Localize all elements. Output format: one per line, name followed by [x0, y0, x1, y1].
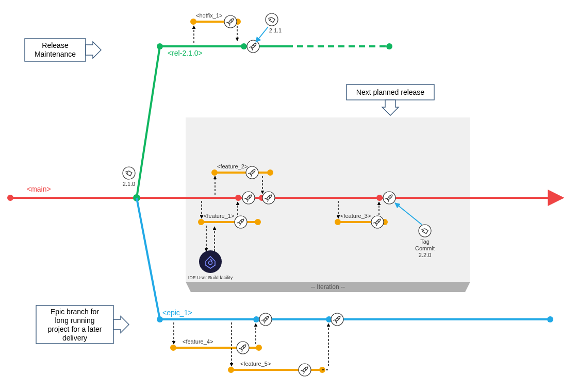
- svg-line-18: [137, 198, 160, 319]
- svg-text:Commit: Commit: [415, 245, 435, 251]
- svg-point-23: [547, 316, 553, 322]
- iteration-label: -- Iteration --: [311, 283, 345, 291]
- iteration-panel: -- Iteration --: [186, 117, 470, 292]
- svg-point-45: [170, 345, 176, 351]
- svg-point-21: [253, 316, 259, 322]
- svg-point-20: [157, 316, 163, 322]
- rocket-icon: [246, 166, 258, 179]
- svg-point-50: [228, 367, 234, 373]
- svg-point-64: [199, 250, 222, 273]
- feature3-label: <feature_3>: [340, 213, 371, 219]
- release-label: <rel-2.1.0>: [168, 49, 203, 57]
- callout-release-maintenance: Release Maintenance: [25, 39, 101, 61]
- svg-point-46: [256, 345, 262, 351]
- svg-text:Release: Release: [42, 41, 69, 49]
- branch-feature4: <feature_4>: [170, 322, 262, 354]
- rocket-icon: [331, 313, 343, 326]
- tag-210: 2.1.0: [123, 167, 135, 187]
- rocket-icon: [242, 192, 255, 204]
- feature1-label: <feature_1>: [204, 213, 234, 219]
- rocket-icon: [371, 216, 384, 228]
- feature4-label: <feature_4>: [183, 338, 213, 345]
- hotfix1-label: <hotfix_1>: [196, 12, 222, 19]
- svg-point-31: [255, 219, 261, 225]
- svg-text:Next planned release: Next planned release: [356, 88, 425, 96]
- feature2-label: <feature_2>: [217, 163, 248, 169]
- svg-text:Maintenance: Maintenance: [35, 50, 76, 58]
- rocket-icon: [383, 192, 395, 204]
- tag-icon: [419, 225, 431, 237]
- svg-text:2.1.1: 2.1.1: [269, 27, 282, 33]
- svg-point-17: [386, 43, 392, 49]
- feature5-label: <feature_5>: [240, 361, 271, 367]
- callout-next-planned: Next planned release: [347, 84, 434, 115]
- rocket-icon: [224, 15, 237, 28]
- tag-icon: [123, 167, 135, 179]
- branch-hotfix1: <hotfix_1>: [190, 12, 241, 43]
- svg-point-11: [376, 195, 383, 201]
- svg-point-30: [198, 219, 204, 225]
- svg-point-7: [7, 195, 13, 201]
- rocket-icon: [235, 216, 247, 228]
- main-label: <main>: [27, 185, 51, 193]
- svg-text:Epic branch for: Epic branch for: [51, 308, 99, 316]
- svg-text:2.2.0: 2.2.0: [419, 252, 431, 258]
- rocket-icon: [262, 192, 275, 204]
- svg-point-9: [235, 195, 241, 201]
- svg-point-25: [190, 19, 196, 25]
- svg-line-12: [137, 46, 160, 198]
- rocket-icon: [259, 313, 272, 326]
- svg-text:Tag: Tag: [420, 238, 430, 245]
- rocket-icon: [299, 364, 311, 376]
- svg-line-57: [256, 27, 268, 42]
- svg-point-35: [211, 169, 218, 176]
- svg-point-16: [241, 43, 247, 49]
- svg-point-40: [335, 219, 341, 225]
- svg-point-15: [157, 43, 163, 49]
- svg-point-36: [267, 169, 273, 176]
- callout-epic: Epic branch for long running project for…: [36, 305, 129, 344]
- rocket-icon: [237, 342, 249, 354]
- svg-text:delivery: delivery: [62, 334, 87, 342]
- epic-label: <epic_1>: [162, 309, 192, 317]
- svg-text:IDE User Build facility: IDE User Build facility: [188, 275, 233, 280]
- rocket-icon: [247, 40, 259, 53]
- tag-211: 2.1.1: [256, 13, 282, 42]
- svg-text:long running: long running: [55, 316, 94, 325]
- svg-text:project for a later: project for a later: [47, 325, 102, 333]
- svg-text:2.1.0: 2.1.0: [123, 181, 135, 187]
- tag-icon: [266, 13, 278, 26]
